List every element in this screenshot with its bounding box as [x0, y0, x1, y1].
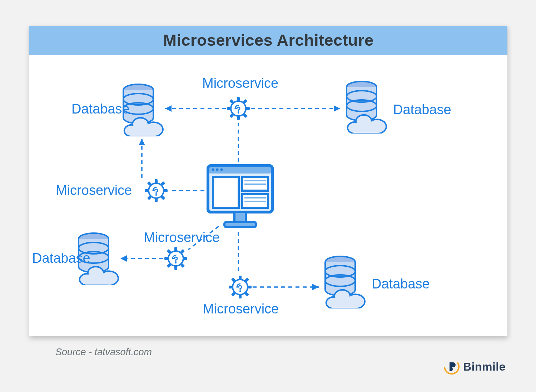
microservice-top-label: Microservice: [202, 76, 278, 91]
microservice-br-label: Microservice: [203, 301, 279, 317]
database-icon: [319, 255, 369, 308]
database-tl-label: Database: [71, 101, 130, 117]
gear-icon: [144, 178, 169, 203]
gear-icon: [226, 96, 251, 121]
svg-marker-35: [139, 139, 145, 145]
gear-icon: [163, 246, 188, 271]
svg-marker-31: [334, 105, 340, 112]
gear-icon: [228, 275, 253, 300]
brand-logo-icon: [444, 359, 460, 375]
diagram-title: Microservices Architecture: [29, 26, 507, 55]
microservice-left-label: Microservice: [56, 183, 132, 198]
svg-marker-41: [312, 284, 319, 290]
database-icon: [340, 80, 390, 134]
client-monitor-icon: [204, 162, 276, 233]
source-text: Source - tatvasoft.com: [55, 347, 152, 358]
microservice-bl-label: Microservice: [144, 230, 220, 245]
database-bl-label: Database: [32, 251, 90, 266]
diagram-card: Microservices Architecture: [29, 26, 507, 336]
database-br-label: Database: [372, 276, 430, 292]
branding: Binmile: [444, 359, 506, 375]
brand-name: Binmile: [463, 360, 506, 373]
database-tr-label: Database: [393, 102, 451, 117]
diagram-canvas: Microservice Microservice Microservice M…: [29, 55, 507, 336]
